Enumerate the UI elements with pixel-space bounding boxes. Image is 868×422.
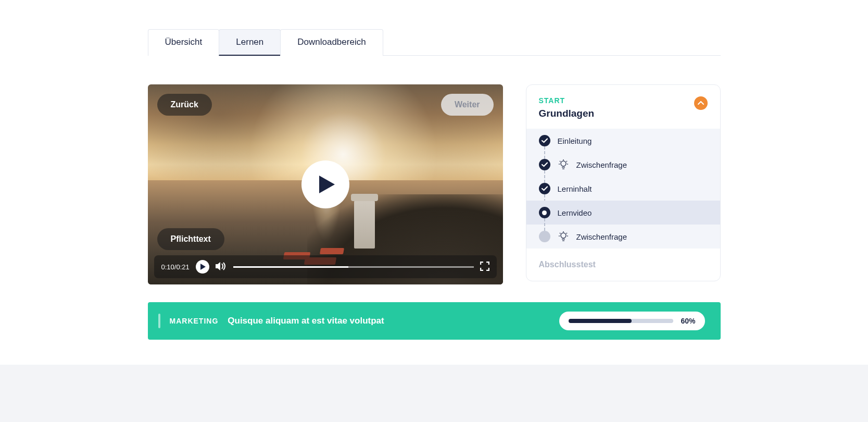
- banner-accent-bar: [158, 314, 160, 328]
- tab-downloads[interactable]: Downloadbereich: [280, 29, 383, 56]
- sidebar-eyebrow: START: [539, 96, 595, 105]
- course-progress-banner: MARKETING Quisque aliquam at est vitae v…: [148, 302, 721, 340]
- lesson-sidebar: START Grundlagen EinleitungZwischenfrage…: [526, 84, 721, 281]
- tabs: Übersicht Lernen Downloadbereich: [148, 29, 721, 56]
- mandatory-text-button[interactable]: Pflichttext: [157, 228, 224, 250]
- lesson-label: Lernvideo: [558, 208, 592, 217]
- video-progress-bar[interactable]: [233, 266, 474, 268]
- fullscreen-icon: [480, 262, 489, 271]
- svg-marker-0: [319, 176, 335, 193]
- svg-marker-2: [216, 262, 220, 270]
- course-progress: 60%: [559, 312, 705, 330]
- svg-marker-1: [200, 264, 206, 270]
- lesson-label: Zwischenfrage: [576, 160, 627, 169]
- svg-point-4: [561, 233, 566, 238]
- play-icon: [319, 176, 335, 193]
- status-current-icon: [539, 207, 550, 218]
- play-button[interactable]: [301, 160, 349, 208]
- lesson-item[interactable]: Lernvideo: [526, 201, 720, 225]
- sidebar-header: START Grundlagen: [526, 85, 720, 129]
- status-pending-icon: [539, 231, 550, 242]
- lesson-item[interactable]: Lerninhalt: [526, 177, 720, 201]
- sidebar-title: Grundlagen: [539, 108, 595, 119]
- video-player: Zurück Weiter Pflichttext 0:10/0:21: [148, 84, 503, 284]
- tab-learn[interactable]: Lernen: [219, 29, 281, 56]
- course-title: Quisque aliquam at est vitae volutpat: [228, 316, 384, 326]
- lesson-label: Lerninhalt: [558, 184, 592, 193]
- progress-track: [569, 319, 674, 323]
- lesson-label: Einleitung: [558, 136, 592, 145]
- volume-button[interactable]: [216, 262, 227, 272]
- video-controls: 0:10/0:21: [154, 255, 497, 278]
- status-done-icon: [539, 183, 550, 194]
- progress-percent: 60%: [681, 317, 695, 325]
- lesson-item[interactable]: Zwischenfrage: [526, 153, 720, 177]
- status-done-icon: [539, 135, 550, 146]
- play-icon: [200, 264, 206, 270]
- tab-overview[interactable]: Übersicht: [148, 29, 220, 56]
- next-button[interactable]: Weiter: [441, 94, 494, 116]
- lesson-item[interactable]: Einleitung: [526, 129, 720, 153]
- lesson-list: EinleitungZwischenfrageLerninhaltLernvid…: [526, 129, 720, 249]
- lightbulb-icon: [558, 231, 569, 242]
- lightbulb-icon: [558, 159, 569, 170]
- lesson-label: Zwischenfrage: [576, 232, 627, 241]
- lesson-item[interactable]: Zwischenfrage: [526, 225, 720, 249]
- volume-icon: [216, 262, 227, 271]
- svg-point-3: [561, 161, 566, 166]
- footer-band: [0, 365, 868, 422]
- chevron-up-icon: [698, 101, 704, 105]
- course-category: MARKETING: [170, 317, 219, 325]
- collapse-button[interactable]: [694, 96, 708, 110]
- status-done-icon: [539, 159, 550, 170]
- final-test-link[interactable]: Abschlusstest: [526, 249, 720, 281]
- play-pause-button[interactable]: [196, 260, 209, 274]
- fullscreen-button[interactable]: [480, 262, 489, 272]
- back-button[interactable]: Zurück: [157, 94, 212, 116]
- time-display: 0:10/0:21: [161, 263, 190, 271]
